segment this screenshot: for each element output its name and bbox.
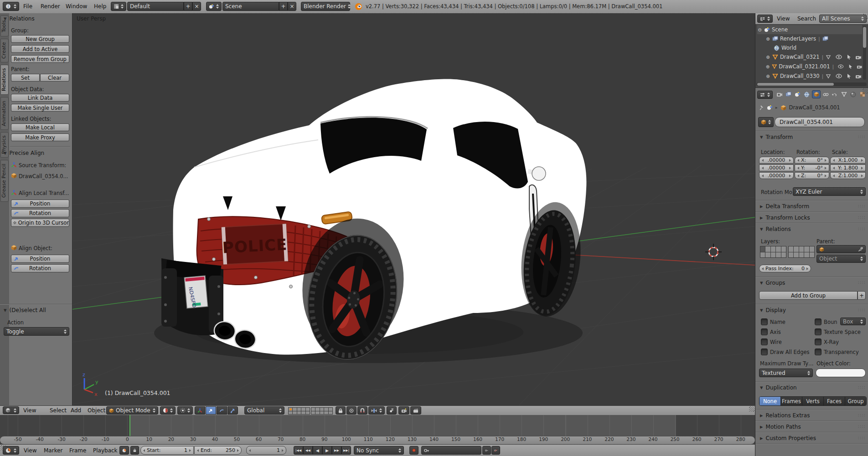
editor-type-button-outliner[interactable]	[757, 15, 773, 23]
panel-header-groups[interactable]: ▼Groups	[760, 280, 785, 286]
display-draw-all-edges-checkbox[interactable]	[761, 348, 768, 355]
manipulator-toggle-button[interactable]	[195, 406, 205, 415]
pass-index-field[interactable]: Pass Index:0	[759, 265, 811, 272]
snap-element-button[interactable]	[368, 406, 385, 415]
scale-x-field[interactable]: X:1.000	[830, 157, 866, 164]
duplication-frames-button[interactable]: Frames	[781, 397, 802, 405]
panel-header-precise-align[interactable]: ▼Precise Align	[4, 150, 44, 156]
renderable-camera-icon[interactable]	[857, 64, 862, 69]
scrollbar-thumb[interactable]	[757, 83, 834, 86]
lock-time-button[interactable]	[130, 446, 139, 455]
make-local-button[interactable]: Make Local	[11, 123, 69, 131]
shelf-tab-relations[interactable]: Relations	[0, 65, 9, 95]
panel-drag-dots[interactable]: ::::	[858, 307, 866, 312]
display-axis-checkbox[interactable]	[761, 328, 768, 335]
visibility-eye-icon[interactable]	[836, 74, 842, 78]
object-id-icon-button[interactable]	[758, 117, 774, 127]
pin-icon[interactable]	[759, 105, 764, 111]
align-object-rotation-button[interactable]: Rotation	[11, 264, 69, 272]
new-group-button[interactable]: New Group	[11, 35, 69, 43]
visibility-eye-icon[interactable]	[838, 64, 843, 69]
location-z-field[interactable]: .00000	[759, 172, 794, 179]
panel-drag-dots[interactable]: ::::	[858, 424, 866, 429]
render-animation-button[interactable]	[410, 406, 421, 415]
render-opengl-button[interactable]	[398, 406, 409, 415]
corner-resize-grip[interactable]	[863, 88, 868, 94]
align-position-button[interactable]: Position	[11, 200, 69, 208]
link-data-button[interactable]: Link Data	[11, 94, 69, 102]
outliner-hscrollbar[interactable]	[756, 82, 867, 86]
outliner-menu-search[interactable]: Search	[797, 14, 816, 23]
tab-modifiers[interactable]	[831, 90, 839, 98]
lock-to-scene-button[interactable]	[336, 406, 346, 415]
corner-resize-grip[interactable]	[0, 445, 6, 451]
panel-header-relations-extras[interactable]: ▶Relations Extras	[760, 412, 810, 419]
sync-mode-dropdown[interactable]: No Sync	[354, 446, 404, 455]
time-indicator-button[interactable]	[119, 446, 129, 455]
screen-layout-icon-button[interactable]	[111, 2, 126, 11]
eyedropper-icon[interactable]	[858, 247, 863, 252]
editor-type-button-properties[interactable]	[757, 91, 773, 99]
duplication-faces-button[interactable]: Faces	[824, 397, 845, 405]
scene-icon[interactable]	[767, 105, 773, 110]
shelf-tab-animation[interactable]: Animation	[0, 97, 9, 130]
maximum-draw-type-dropdown[interactable]: Textured	[759, 369, 813, 377]
menu-add[interactable]: Add	[71, 406, 81, 415]
rotation-mode-dropdown[interactable]: XYZ Euler	[793, 187, 866, 196]
panel-drag-dots[interactable]: ::::	[858, 215, 866, 220]
proportional-edit-button[interactable]	[346, 406, 356, 415]
timeline-scrollbar[interactable]: -50-40-30-20-100102030405060708090100110…	[0, 436, 755, 444]
make-proxy-button[interactable]: Make Proxy	[11, 133, 69, 141]
panel-drag-dots[interactable]: ::::	[858, 226, 866, 231]
renderlayer-data-icon[interactable]	[822, 36, 828, 41]
display-bounds-checkbox[interactable]	[815, 318, 822, 325]
rotation-x-field[interactable]: X:0°	[795, 157, 829, 164]
duplication-none-button[interactable]: None	[760, 397, 781, 405]
origin-to-cursor-button[interactable]: Origin to 3D Cursor	[11, 219, 69, 227]
tab-render-layers[interactable]	[785, 90, 792, 98]
editor-type-button-3dview[interactable]	[3, 406, 19, 414]
shelf-tab-create[interactable]: Create	[0, 39, 9, 62]
insert-keyframe-button[interactable]	[482, 446, 491, 455]
corner-resize-grip[interactable]	[863, 14, 868, 19]
tab-object-active[interactable]	[812, 90, 821, 98]
bounds-type-dropdown[interactable]: Box	[840, 318, 866, 325]
mode-dropdown[interactable]: Object Mode	[106, 406, 158, 415]
menu-marker[interactable]: Marker	[44, 446, 62, 455]
outliner-row-scene[interactable]: ⊖ Scene	[757, 25, 862, 34]
menu-help[interactable]: Help	[94, 2, 106, 11]
editor-type-button-info[interactable]: i	[3, 2, 19, 11]
parent-type-dropdown[interactable]: Object	[816, 255, 866, 263]
renderable-camera-icon[interactable]	[855, 55, 862, 60]
tab-object-data[interactable]	[840, 90, 848, 98]
panel-header-relations[interactable]: ▼Relations	[4, 15, 35, 22]
snap-toggle-button[interactable]	[357, 406, 367, 415]
outliner-row-renderlayers[interactable]: ⊕ RenderLayers|	[765, 34, 862, 43]
panel-header-custom-properties[interactable]: ▶Custom Properties	[760, 435, 816, 441]
pivot-center-button[interactable]	[177, 406, 193, 415]
scrollbar-thumb[interactable]	[863, 27, 866, 48]
menu-view[interactable]: View	[23, 406, 36, 415]
play-button[interactable]: ▶	[322, 446, 332, 455]
previous-keyframe-button[interactable]: ◀◀	[303, 446, 313, 455]
align-rotation-button[interactable]: Rotation	[11, 209, 69, 217]
parent-object-field[interactable]	[816, 245, 866, 253]
outliner-vscrollbar[interactable]	[863, 26, 866, 80]
tab-scene[interactable]	[794, 90, 801, 98]
timeline-ruler-area[interactable]: -50-40-30-20-100102030405060708090100110…	[0, 415, 755, 444]
menu-object[interactable]: Object	[88, 406, 105, 415]
panel-drag-dots[interactable]: ::::	[858, 280, 866, 285]
selectable-cursor-icon[interactable]	[848, 64, 852, 69]
new-group-plus-button[interactable]: +	[858, 291, 866, 300]
delete-keyframe-button[interactable]	[491, 446, 500, 455]
outliner-row-world[interactable]: World	[774, 43, 862, 52]
menu-playback[interactable]: Playback	[93, 446, 118, 455]
next-keyframe-button[interactable]: ▶▶	[332, 446, 341, 455]
display-xray-checkbox[interactable]	[815, 338, 822, 345]
scale-y-field[interactable]: Y: 1.800	[830, 164, 866, 171]
viewport-3d[interactable]: POLICE ND4SPD	[72, 13, 755, 405]
display-wire-checkbox[interactable]	[761, 338, 768, 345]
align-object-position-button[interactable]: Position	[11, 255, 69, 263]
jump-to-end-button[interactable]: ▶▶|	[341, 446, 351, 455]
menu-file[interactable]: File	[23, 2, 32, 11]
